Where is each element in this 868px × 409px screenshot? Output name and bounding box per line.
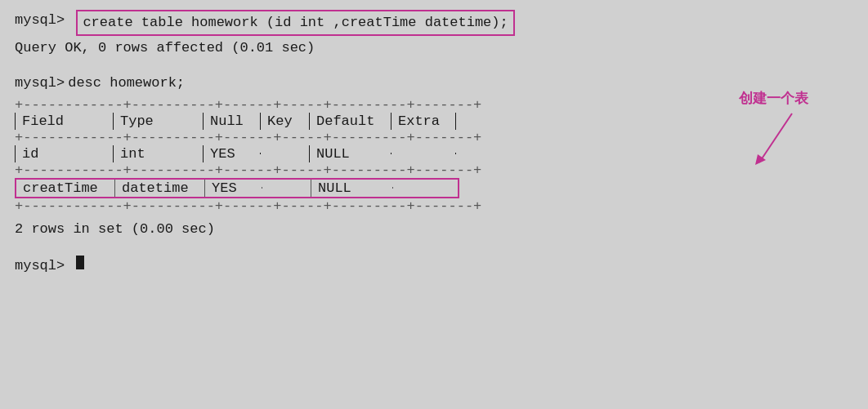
row-id-default: NULL bbox=[309, 145, 391, 162]
rows-result-line: 2 rows in set (0.00 sec) bbox=[15, 219, 853, 240]
annotation-text: 创建一个表 bbox=[739, 89, 808, 108]
row-id-null: YES bbox=[203, 145, 260, 162]
svg-line-0 bbox=[759, 113, 792, 162]
query-ok-line: Query OK, 0 rows affected (0.01 sec) bbox=[15, 38, 853, 59]
col-header-default: Default bbox=[309, 113, 391, 130]
cursor-blink bbox=[76, 256, 84, 269]
table-row-creattime-highlight: creatTime datetime YES NULL bbox=[15, 178, 459, 198]
prompt-1: mysql> bbox=[15, 10, 65, 31]
row-id-field: id bbox=[15, 145, 113, 162]
row-creattime-key bbox=[262, 187, 311, 189]
command-1-box: create table homework (id int ,creatTime… bbox=[76, 10, 514, 36]
row-creattime-extra bbox=[392, 187, 458, 189]
annotation-arrow bbox=[743, 109, 808, 175]
final-prompt: mysql> bbox=[15, 256, 65, 277]
table-row-id: id int YES NULL bbox=[15, 145, 853, 162]
rows-result-text: 2 rows in set (0.00 sec) bbox=[15, 219, 215, 240]
col-header-null: Null bbox=[203, 113, 260, 130]
final-prompt-line: mysql> bbox=[15, 256, 853, 277]
command-line-1: mysql> create table homework (id int ,cr… bbox=[15, 10, 853, 36]
terminal-window: mysql> create table homework (id int ,cr… bbox=[15, 10, 853, 399]
col-header-field: Field bbox=[15, 113, 113, 130]
desc-command-line: mysql> desc homework; bbox=[15, 73, 853, 94]
sep-top: +------------+----------+------+-----+--… bbox=[15, 97, 853, 113]
final-space bbox=[68, 256, 76, 277]
sep-bottom: +------------+----------+------+-----+--… bbox=[15, 198, 853, 214]
table-container: +------------+----------+------+-----+--… bbox=[15, 97, 853, 214]
row-id-type: int bbox=[113, 145, 203, 162]
sep-mid: +------------+----------+------+-----+--… bbox=[15, 130, 853, 145]
annotation-container: 创建一个表 bbox=[739, 89, 808, 175]
prompt-2: mysql> bbox=[15, 73, 65, 94]
row-id-extra bbox=[391, 153, 456, 154]
col-header-key: Key bbox=[260, 113, 309, 130]
row-creattime-default: NULL bbox=[311, 180, 392, 197]
col-header-extra: Extra bbox=[391, 113, 456, 130]
row-creattime-field: creatTime bbox=[16, 180, 114, 197]
annotation-group: 创建一个表 bbox=[739, 89, 808, 175]
row-creattime-type: datetime bbox=[114, 180, 204, 197]
col-header-type: Type bbox=[113, 113, 203, 130]
table-header: Field Type Null Key Default Extra bbox=[15, 113, 853, 130]
desc-command: desc homework; bbox=[68, 73, 185, 94]
row-creattime-null: YES bbox=[204, 180, 262, 197]
sep-mid2: +------------+----------+------+-----+--… bbox=[15, 162, 853, 178]
row-id-key bbox=[260, 153, 309, 154]
query-ok-text: Query OK, 0 rows affected (0.01 sec) bbox=[15, 38, 315, 59]
